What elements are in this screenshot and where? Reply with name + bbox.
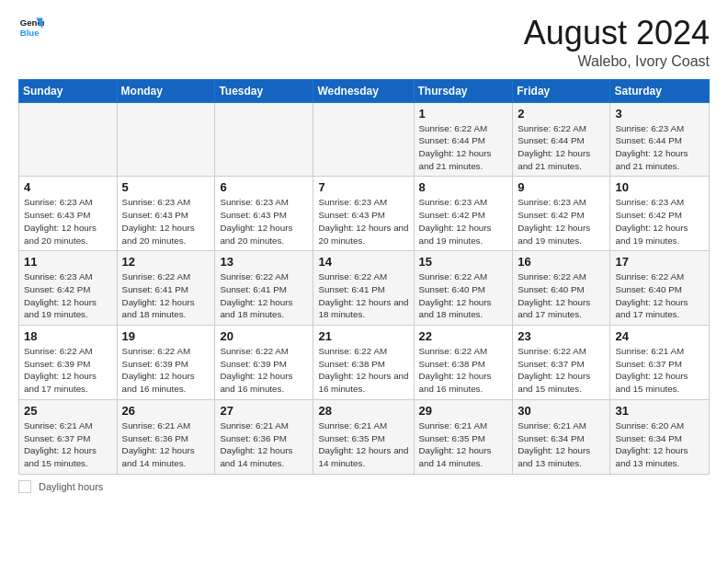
calendar-cell: 14Sunrise: 6:22 AM Sunset: 6:41 PM Dayli…	[313, 251, 414, 326]
day-number: 16	[518, 255, 605, 269]
calendar-cell: 1Sunrise: 6:22 AM Sunset: 6:44 PM Daylig…	[414, 102, 513, 177]
day-number: 24	[615, 329, 704, 343]
calendar-cell: 8Sunrise: 6:23 AM Sunset: 6:42 PM Daylig…	[414, 177, 513, 251]
calendar-cell: 25Sunrise: 6:21 AM Sunset: 6:37 PM Dayli…	[19, 399, 118, 474]
day-number: 9	[518, 180, 605, 194]
day-info: Sunrise: 6:22 AM Sunset: 6:40 PM Dayligh…	[419, 270, 508, 321]
day-info: Sunrise: 6:22 AM Sunset: 6:38 PM Dayligh…	[419, 345, 508, 396]
day-number: 7	[318, 180, 408, 194]
calendar-cell: 20Sunrise: 6:22 AM Sunset: 6:39 PM Dayli…	[215, 326, 313, 400]
calendar-cell	[117, 102, 215, 177]
calendar-cell: 16Sunrise: 6:22 AM Sunset: 6:40 PM Dayli…	[513, 251, 610, 326]
week-row-5: 25Sunrise: 6:21 AM Sunset: 6:37 PM Dayli…	[19, 399, 710, 474]
calendar-cell: 5Sunrise: 6:23 AM Sunset: 6:43 PM Daylig…	[117, 177, 215, 251]
logo-icon: General Blue	[18, 15, 44, 40]
calendar-cell: 21Sunrise: 6:22 AM Sunset: 6:38 PM Dayli…	[313, 326, 414, 400]
day-number: 11	[24, 255, 112, 269]
day-number: 27	[220, 404, 308, 418]
subtitle: Walebo, Ivory Coast	[524, 53, 710, 70]
calendar-cell: 29Sunrise: 6:21 AM Sunset: 6:35 PM Dayli…	[414, 399, 513, 474]
day-number: 6	[220, 180, 308, 194]
calendar-cell	[19, 102, 118, 177]
day-number: 23	[518, 329, 605, 343]
day-info: Sunrise: 6:21 AM Sunset: 6:35 PM Dayligh…	[318, 419, 408, 470]
day-number: 3	[615, 107, 704, 121]
calendar-cell: 24Sunrise: 6:21 AM Sunset: 6:37 PM Dayli…	[610, 326, 710, 400]
day-number: 21	[318, 329, 408, 343]
calendar-cell: 28Sunrise: 6:21 AM Sunset: 6:35 PM Dayli…	[313, 399, 414, 474]
day-number: 26	[122, 404, 210, 418]
week-row-3: 11Sunrise: 6:23 AM Sunset: 6:42 PM Dayli…	[19, 251, 710, 326]
day-number: 4	[24, 180, 112, 194]
day-info: Sunrise: 6:22 AM Sunset: 6:38 PM Dayligh…	[318, 345, 408, 396]
day-info: Sunrise: 6:23 AM Sunset: 6:42 PM Dayligh…	[615, 196, 704, 247]
day-info: Sunrise: 6:23 AM Sunset: 6:42 PM Dayligh…	[518, 196, 605, 247]
day-info: Sunrise: 6:21 AM Sunset: 6:36 PM Dayligh…	[122, 419, 210, 470]
page: General Blue August 2024 Walebo, Ivory C…	[0, 0, 728, 502]
day-info: Sunrise: 6:23 AM Sunset: 6:42 PM Dayligh…	[24, 270, 112, 321]
title-block: August 2024 Walebo, Ivory Coast	[524, 15, 710, 70]
calendar-cell: 2Sunrise: 6:22 AM Sunset: 6:44 PM Daylig…	[513, 102, 610, 177]
calendar-cell	[215, 102, 313, 177]
day-number: 29	[419, 404, 508, 418]
week-row-2: 4Sunrise: 6:23 AM Sunset: 6:43 PM Daylig…	[19, 177, 710, 251]
calendar-cell: 7Sunrise: 6:23 AM Sunset: 6:43 PM Daylig…	[313, 177, 414, 251]
day-info: Sunrise: 6:22 AM Sunset: 6:41 PM Dayligh…	[220, 270, 308, 321]
day-number: 5	[122, 180, 210, 194]
logo: General Blue	[18, 15, 44, 40]
day-info: Sunrise: 6:20 AM Sunset: 6:34 PM Dayligh…	[615, 419, 704, 470]
day-number: 30	[518, 404, 605, 418]
calendar-table: SundayMondayTuesdayWednesdayThursdayFrid…	[18, 79, 710, 475]
day-info: Sunrise: 6:21 AM Sunset: 6:34 PM Dayligh…	[518, 419, 605, 470]
calendar-cell: 26Sunrise: 6:21 AM Sunset: 6:36 PM Dayli…	[117, 399, 215, 474]
day-info: Sunrise: 6:22 AM Sunset: 6:39 PM Dayligh…	[24, 345, 112, 396]
day-header-monday: Monday	[117, 79, 215, 102]
calendar-cell: 19Sunrise: 6:22 AM Sunset: 6:39 PM Dayli…	[117, 326, 215, 400]
day-number: 14	[318, 255, 408, 269]
main-title: August 2024	[524, 15, 710, 52]
footer: Daylight hours	[18, 480, 710, 493]
day-number: 15	[419, 255, 508, 269]
day-number: 28	[318, 404, 408, 418]
day-number: 17	[615, 255, 704, 269]
day-info: Sunrise: 6:22 AM Sunset: 6:39 PM Dayligh…	[122, 345, 210, 396]
day-info: Sunrise: 6:21 AM Sunset: 6:36 PM Dayligh…	[220, 419, 308, 470]
day-number: 25	[24, 404, 112, 418]
day-header-row: SundayMondayTuesdayWednesdayThursdayFrid…	[19, 79, 710, 102]
week-row-1: 1Sunrise: 6:22 AM Sunset: 6:44 PM Daylig…	[19, 102, 710, 177]
day-info: Sunrise: 6:23 AM Sunset: 6:43 PM Dayligh…	[220, 196, 308, 247]
day-number: 8	[419, 180, 508, 194]
calendar-cell: 30Sunrise: 6:21 AM Sunset: 6:34 PM Dayli…	[513, 399, 610, 474]
calendar-header: SundayMondayTuesdayWednesdayThursdayFrid…	[19, 79, 710, 102]
calendar-cell: 3Sunrise: 6:23 AM Sunset: 6:44 PM Daylig…	[610, 102, 710, 177]
day-number: 1	[419, 107, 508, 121]
day-header-saturday: Saturday	[610, 79, 710, 102]
day-info: Sunrise: 6:23 AM Sunset: 6:43 PM Dayligh…	[122, 196, 210, 247]
day-info: Sunrise: 6:23 AM Sunset: 6:43 PM Dayligh…	[24, 196, 112, 247]
week-row-4: 18Sunrise: 6:22 AM Sunset: 6:39 PM Dayli…	[19, 326, 710, 400]
day-header-sunday: Sunday	[19, 79, 118, 102]
calendar-cell: 12Sunrise: 6:22 AM Sunset: 6:41 PM Dayli…	[117, 251, 215, 326]
day-header-tuesday: Tuesday	[215, 79, 313, 102]
day-number: 31	[615, 404, 704, 418]
calendar-cell: 27Sunrise: 6:21 AM Sunset: 6:36 PM Dayli…	[215, 399, 313, 474]
day-info: Sunrise: 6:22 AM Sunset: 6:40 PM Dayligh…	[615, 270, 704, 321]
calendar-cell: 4Sunrise: 6:23 AM Sunset: 6:43 PM Daylig…	[19, 177, 118, 251]
calendar-cell: 18Sunrise: 6:22 AM Sunset: 6:39 PM Dayli…	[19, 326, 118, 400]
footer-box	[18, 480, 31, 493]
calendar-cell: 15Sunrise: 6:22 AM Sunset: 6:40 PM Dayli…	[414, 251, 513, 326]
day-info: Sunrise: 6:22 AM Sunset: 6:40 PM Dayligh…	[518, 270, 605, 321]
day-info: Sunrise: 6:22 AM Sunset: 6:37 PM Dayligh…	[518, 345, 605, 396]
day-info: Sunrise: 6:21 AM Sunset: 6:37 PM Dayligh…	[24, 419, 112, 470]
calendar-cell: 13Sunrise: 6:22 AM Sunset: 6:41 PM Dayli…	[215, 251, 313, 326]
svg-text:Blue: Blue	[20, 28, 40, 38]
day-number: 20	[220, 329, 308, 343]
calendar-cell: 11Sunrise: 6:23 AM Sunset: 6:42 PM Dayli…	[19, 251, 118, 326]
calendar-cell: 6Sunrise: 6:23 AM Sunset: 6:43 PM Daylig…	[215, 177, 313, 251]
day-number: 13	[220, 255, 308, 269]
day-number: 22	[419, 329, 508, 343]
day-info: Sunrise: 6:22 AM Sunset: 6:39 PM Dayligh…	[220, 345, 308, 396]
calendar-cell: 23Sunrise: 6:22 AM Sunset: 6:37 PM Dayli…	[513, 326, 610, 400]
day-info: Sunrise: 6:22 AM Sunset: 6:41 PM Dayligh…	[318, 270, 408, 321]
day-info: Sunrise: 6:21 AM Sunset: 6:35 PM Dayligh…	[419, 419, 508, 470]
